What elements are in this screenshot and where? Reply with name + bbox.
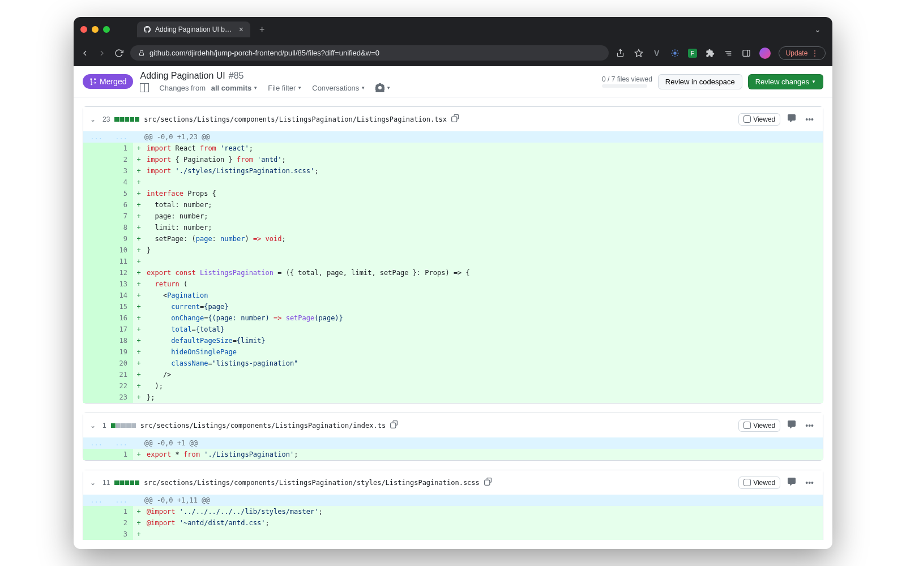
pr-title: Adding Pagination UI: [140, 71, 225, 81]
extension-icon-4[interactable]: [723, 48, 733, 58]
comment-icon[interactable]: [785, 418, 798, 433]
diff-line[interactable]: 1+export * from './ListingsPagination';: [83, 449, 823, 460]
diff-line[interactable]: 23+};: [83, 392, 823, 403]
new-tab-button[interactable]: +: [259, 24, 264, 35]
diff-line[interactable]: 6+ total: number;: [83, 199, 823, 211]
diff-line[interactable]: 1+import React from 'react';: [83, 143, 823, 154]
diff-line[interactable]: 13+ return (: [83, 278, 823, 290]
diff-line[interactable]: 16+ onChange={(page: number) => setPage(…: [83, 312, 823, 324]
diff-line[interactable]: 15+ current={page}: [83, 301, 823, 312]
svg-line-8: [672, 50, 673, 51]
diff-line[interactable]: 8+ limit: number;: [83, 222, 823, 233]
forward-button[interactable]: [97, 49, 106, 58]
chevron-down-icon[interactable]: ⌄: [90, 115, 98, 123]
lock-icon: [138, 50, 145, 57]
diff-line[interactable]: 7+ page: number;: [83, 211, 823, 222]
kebab-menu-icon[interactable]: •••: [803, 113, 816, 126]
file-path[interactable]: src/sections/Listings/components/Listing…: [144, 115, 447, 123]
copy-path-icon[interactable]: [484, 478, 492, 487]
merged-label: Merged: [100, 77, 126, 86]
svg-rect-15: [743, 50, 750, 56]
diff-layout-icon[interactable]: [140, 83, 149, 92]
traffic-lights: [80, 26, 110, 33]
review-changes-button[interactable]: Review changes ▼: [748, 74, 823, 89]
copy-path-icon[interactable]: [451, 114, 459, 124]
tab-title: Adding Pagination UI by djirde: [155, 25, 234, 33]
window-maximize-button[interactable]: [103, 26, 110, 33]
diff-line[interactable]: 4+: [83, 177, 823, 188]
extension-icon-1[interactable]: V: [652, 48, 662, 58]
extension-icon-3[interactable]: F: [688, 49, 697, 58]
diff-line[interactable]: 10+}: [83, 244, 823, 256]
copy-path-icon[interactable]: [390, 420, 398, 430]
profile-avatar[interactable]: [759, 48, 771, 59]
diff-line-count: 23: [102, 115, 110, 123]
file-path[interactable]: src/sections/Listings/components/Listing…: [144, 479, 479, 487]
caret-down-icon: ▼: [297, 85, 302, 91]
file-diff-block: ⌄ 23 src/sections/Listings/components/Li…: [83, 106, 823, 404]
diff-line[interactable]: 2+import { Pagination } from 'antd';: [83, 154, 823, 165]
url-input[interactable]: github.com/djirdehh/jump-porch-frontend/…: [130, 45, 609, 61]
extensions-puzzle-icon[interactable]: [705, 48, 715, 58]
diff-line[interactable]: 22+ );: [83, 380, 823, 392]
viewed-checkbox[interactable]: Viewed: [738, 477, 780, 489]
nav-buttons: [80, 49, 123, 58]
close-tab-icon[interactable]: ×: [239, 25, 243, 34]
diff-stat-bars: [111, 423, 136, 428]
kebab-menu-icon[interactable]: •••: [803, 476, 816, 490]
window-minimize-button[interactable]: [92, 26, 99, 33]
files-viewed-progress: 0 / 7 files viewed: [602, 75, 652, 88]
diff-settings[interactable]: ▼: [375, 83, 391, 92]
diff-table: ......@@ -0,0 +1,11 @@ 1+@import '../../…: [83, 495, 823, 540]
chevron-down-icon[interactable]: ⌄: [90, 422, 98, 430]
browser-chrome: Adding Pagination UI by djirde × + ⌄ git…: [74, 17, 832, 66]
hunk-header-row: ......@@ -0,0 +1 @@: [83, 437, 823, 449]
back-button[interactable]: [80, 49, 89, 58]
progress-bar: [602, 84, 647, 88]
changes-from-filter[interactable]: Changes from all commits ▼: [159, 84, 258, 92]
pr-header: Merged Adding Pagination UI #85 Changes …: [74, 66, 832, 97]
conversations-filter[interactable]: Conversations ▼: [312, 84, 365, 92]
diff-line[interactable]: 3+import './styles/ListingsPagination.sc…: [83, 165, 823, 177]
share-icon[interactable]: [616, 48, 626, 58]
reload-button[interactable]: [114, 49, 123, 58]
chevron-down-icon[interactable]: ⌄: [90, 479, 98, 487]
comment-icon[interactable]: [785, 111, 798, 127]
kebab-menu-icon[interactable]: •••: [803, 419, 816, 432]
viewed-checkbox[interactable]: Viewed: [738, 113, 780, 126]
file-header: ⌄ 1 src/sections/Listings/components/Lis…: [83, 413, 823, 437]
diff-line[interactable]: 1+@import '../../../../../lib/styles/mas…: [83, 506, 823, 517]
viewed-checkbox[interactable]: Viewed: [738, 419, 780, 432]
browser-tab[interactable]: Adding Pagination UI by djirde ×: [137, 22, 250, 37]
checkbox-icon: [743, 422, 751, 429]
svg-line-10: [672, 55, 673, 55]
side-panel-icon[interactable]: [741, 48, 751, 58]
diff-line[interactable]: 11+: [83, 256, 823, 267]
diff-line[interactable]: 2+@import '~antd/dist/antd.css';: [83, 517, 823, 529]
diff-line[interactable]: 19+ hideOnSinglePage: [83, 346, 823, 358]
diff-line[interactable]: 20+ className="listings-pagination": [83, 358, 823, 369]
url-text: github.com/djirdehh/jump-porch-frontend/…: [149, 49, 379, 57]
diff-line[interactable]: 14+ <Pagination: [83, 290, 823, 301]
diff-line[interactable]: 17+ total={total}: [83, 324, 823, 335]
bookmark-star-icon[interactable]: [634, 48, 644, 58]
diff-line[interactable]: 5+interface Props {: [83, 188, 823, 199]
file-path[interactable]: src/sections/Listings/components/Listing…: [140, 422, 386, 430]
window-close-button[interactable]: [80, 26, 87, 33]
file-header: ⌄ 23 src/sections/Listings/components/Li…: [83, 107, 823, 131]
svg-marker-2: [635, 49, 642, 57]
svg-line-9: [677, 55, 677, 55]
tab-overflow-button[interactable]: ⌄: [810, 23, 826, 36]
extension-icon-2[interactable]: [670, 48, 680, 58]
url-bar: github.com/djirdehh/jump-porch-frontend/…: [74, 42, 832, 66]
diff-line[interactable]: 18+ defaultPageSize={limit}: [83, 335, 823, 346]
diff-line[interactable]: 9+ setPage: (page: number) => void;: [83, 233, 823, 244]
comment-icon[interactable]: [785, 475, 798, 490]
diff-table: ......@@ -0,0 +1,23 @@ 1+import React fr…: [83, 131, 823, 403]
review-in-codespace-button[interactable]: Review in codespace: [658, 74, 742, 89]
diff-line[interactable]: 21+ />: [83, 369, 823, 380]
diff-line[interactable]: 3+: [83, 529, 823, 540]
file-filter[interactable]: File filter ▼: [268, 84, 302, 92]
update-button[interactable]: Update ⋮: [779, 46, 826, 60]
diff-line[interactable]: 12+export const ListingsPagination = ({ …: [83, 267, 823, 278]
